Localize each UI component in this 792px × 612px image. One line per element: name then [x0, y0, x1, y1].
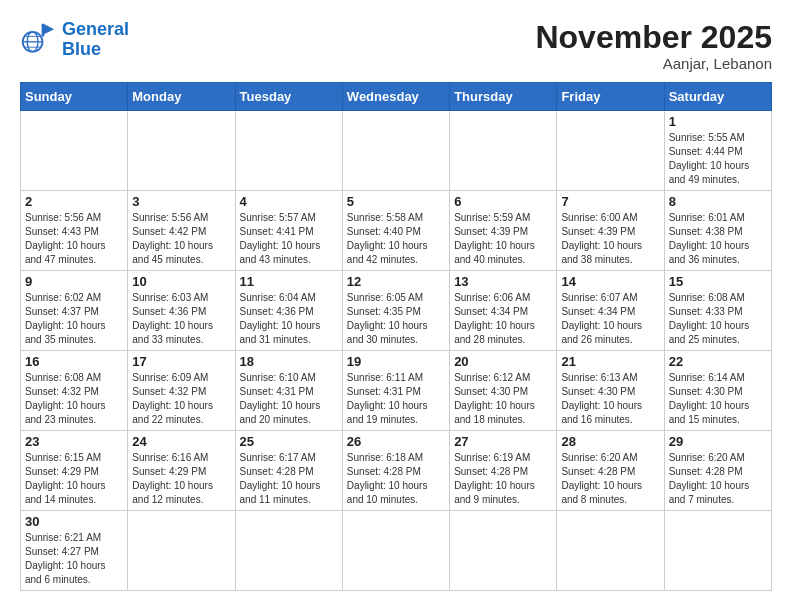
empty-cell [342, 511, 449, 591]
day-info: Sunrise: 6:01 AMSunset: 4:38 PMDaylight:… [669, 211, 767, 267]
table-row: 4Sunrise: 5:57 AMSunset: 4:41 PMDaylight… [235, 191, 342, 271]
day-info: Sunrise: 6:00 AMSunset: 4:39 PMDaylight:… [561, 211, 659, 267]
empty-cell [664, 511, 771, 591]
table-row: 27Sunrise: 6:19 AMSunset: 4:28 PMDayligh… [450, 431, 557, 511]
calendar-row: 30Sunrise: 6:21 AMSunset: 4:27 PMDayligh… [21, 511, 772, 591]
title-block: November 2025 Aanjar, Lebanon [535, 20, 772, 72]
table-row: 12Sunrise: 6:05 AMSunset: 4:35 PMDayligh… [342, 271, 449, 351]
day-number: 30 [25, 514, 123, 529]
day-number: 26 [347, 434, 445, 449]
calendar-row: 2Sunrise: 5:56 AMSunset: 4:43 PMDaylight… [21, 191, 772, 271]
day-number: 17 [132, 354, 230, 369]
day-number: 22 [669, 354, 767, 369]
logo-text: General Blue [62, 20, 129, 60]
empty-cell [342, 111, 449, 191]
day-info: Sunrise: 6:08 AMSunset: 4:33 PMDaylight:… [669, 291, 767, 347]
header: General Blue November 2025 Aanjar, Leban… [20, 20, 772, 72]
col-sunday: Sunday [21, 83, 128, 111]
day-number: 15 [669, 274, 767, 289]
day-info: Sunrise: 6:12 AMSunset: 4:30 PMDaylight:… [454, 371, 552, 427]
day-number: 27 [454, 434, 552, 449]
location: Aanjar, Lebanon [535, 55, 772, 72]
day-number: 7 [561, 194, 659, 209]
svg-rect-7 [42, 24, 45, 37]
table-row: 11Sunrise: 6:04 AMSunset: 4:36 PMDayligh… [235, 271, 342, 351]
empty-cell [128, 511, 235, 591]
table-row: 3Sunrise: 5:56 AMSunset: 4:42 PMDaylight… [128, 191, 235, 271]
day-number: 6 [454, 194, 552, 209]
day-info: Sunrise: 6:13 AMSunset: 4:30 PMDaylight:… [561, 371, 659, 427]
col-tuesday: Tuesday [235, 83, 342, 111]
day-number: 12 [347, 274, 445, 289]
calendar-row: 1Sunrise: 5:55 AMSunset: 4:44 PMDaylight… [21, 111, 772, 191]
calendar-table: Sunday Monday Tuesday Wednesday Thursday… [20, 82, 772, 591]
day-number: 5 [347, 194, 445, 209]
table-row: 1Sunrise: 5:55 AMSunset: 4:44 PMDaylight… [664, 111, 771, 191]
day-info: Sunrise: 6:03 AMSunset: 4:36 PMDaylight:… [132, 291, 230, 347]
day-number: 24 [132, 434, 230, 449]
col-wednesday: Wednesday [342, 83, 449, 111]
empty-cell [450, 511, 557, 591]
day-number: 16 [25, 354, 123, 369]
logo: General Blue [20, 20, 129, 60]
table-row: 18Sunrise: 6:10 AMSunset: 4:31 PMDayligh… [235, 351, 342, 431]
day-number: 1 [669, 114, 767, 129]
col-friday: Friday [557, 83, 664, 111]
day-info: Sunrise: 6:04 AMSunset: 4:36 PMDaylight:… [240, 291, 338, 347]
col-monday: Monday [128, 83, 235, 111]
generalblue-icon [20, 22, 56, 58]
calendar-row: 9Sunrise: 6:02 AMSunset: 4:37 PMDaylight… [21, 271, 772, 351]
day-info: Sunrise: 5:57 AMSunset: 4:41 PMDaylight:… [240, 211, 338, 267]
day-info: Sunrise: 6:21 AMSunset: 4:27 PMDaylight:… [25, 531, 123, 587]
day-number: 4 [240, 194, 338, 209]
table-row: 7Sunrise: 6:00 AMSunset: 4:39 PMDaylight… [557, 191, 664, 271]
table-row: 28Sunrise: 6:20 AMSunset: 4:28 PMDayligh… [557, 431, 664, 511]
table-row: 23Sunrise: 6:15 AMSunset: 4:29 PMDayligh… [21, 431, 128, 511]
day-info: Sunrise: 5:56 AMSunset: 4:42 PMDaylight:… [132, 211, 230, 267]
table-row: 9Sunrise: 6:02 AMSunset: 4:37 PMDaylight… [21, 271, 128, 351]
calendar-row: 23Sunrise: 6:15 AMSunset: 4:29 PMDayligh… [21, 431, 772, 511]
table-row: 22Sunrise: 6:14 AMSunset: 4:30 PMDayligh… [664, 351, 771, 431]
day-number: 23 [25, 434, 123, 449]
day-number: 2 [25, 194, 123, 209]
table-row: 2Sunrise: 5:56 AMSunset: 4:43 PMDaylight… [21, 191, 128, 271]
page: General Blue November 2025 Aanjar, Leban… [0, 0, 792, 601]
day-info: Sunrise: 5:58 AMSunset: 4:40 PMDaylight:… [347, 211, 445, 267]
empty-cell [557, 511, 664, 591]
day-number: 13 [454, 274, 552, 289]
day-info: Sunrise: 6:10 AMSunset: 4:31 PMDaylight:… [240, 371, 338, 427]
day-info: Sunrise: 6:18 AMSunset: 4:28 PMDaylight:… [347, 451, 445, 507]
day-number: 29 [669, 434, 767, 449]
calendar-header-row: Sunday Monday Tuesday Wednesday Thursday… [21, 83, 772, 111]
day-info: Sunrise: 6:11 AMSunset: 4:31 PMDaylight:… [347, 371, 445, 427]
day-info: Sunrise: 6:20 AMSunset: 4:28 PMDaylight:… [561, 451, 659, 507]
day-number: 21 [561, 354, 659, 369]
day-number: 10 [132, 274, 230, 289]
table-row: 24Sunrise: 6:16 AMSunset: 4:29 PMDayligh… [128, 431, 235, 511]
table-row: 26Sunrise: 6:18 AMSunset: 4:28 PMDayligh… [342, 431, 449, 511]
day-info: Sunrise: 6:07 AMSunset: 4:34 PMDaylight:… [561, 291, 659, 347]
table-row: 10Sunrise: 6:03 AMSunset: 4:36 PMDayligh… [128, 271, 235, 351]
empty-cell [557, 111, 664, 191]
calendar-row: 16Sunrise: 6:08 AMSunset: 4:32 PMDayligh… [21, 351, 772, 431]
day-info: Sunrise: 6:05 AMSunset: 4:35 PMDaylight:… [347, 291, 445, 347]
table-row: 30Sunrise: 6:21 AMSunset: 4:27 PMDayligh… [21, 511, 128, 591]
table-row: 21Sunrise: 6:13 AMSunset: 4:30 PMDayligh… [557, 351, 664, 431]
day-info: Sunrise: 6:19 AMSunset: 4:28 PMDaylight:… [454, 451, 552, 507]
table-row: 29Sunrise: 6:20 AMSunset: 4:28 PMDayligh… [664, 431, 771, 511]
empty-cell [235, 511, 342, 591]
day-number: 25 [240, 434, 338, 449]
month-title: November 2025 [535, 20, 772, 55]
day-number: 18 [240, 354, 338, 369]
day-info: Sunrise: 5:56 AMSunset: 4:43 PMDaylight:… [25, 211, 123, 267]
table-row: 25Sunrise: 6:17 AMSunset: 4:28 PMDayligh… [235, 431, 342, 511]
day-info: Sunrise: 6:09 AMSunset: 4:32 PMDaylight:… [132, 371, 230, 427]
table-row: 20Sunrise: 6:12 AMSunset: 4:30 PMDayligh… [450, 351, 557, 431]
day-info: Sunrise: 6:15 AMSunset: 4:29 PMDaylight:… [25, 451, 123, 507]
empty-cell [21, 111, 128, 191]
empty-cell [128, 111, 235, 191]
day-number: 11 [240, 274, 338, 289]
table-row: 5Sunrise: 5:58 AMSunset: 4:40 PMDaylight… [342, 191, 449, 271]
table-row: 6Sunrise: 5:59 AMSunset: 4:39 PMDaylight… [450, 191, 557, 271]
day-number: 20 [454, 354, 552, 369]
